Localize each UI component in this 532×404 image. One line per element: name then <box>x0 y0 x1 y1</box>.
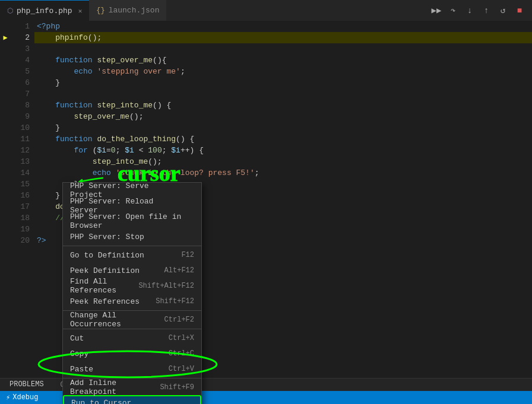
line-num-16: 16 <box>11 190 30 201</box>
tab-php-label: php_info.php <box>17 7 72 15</box>
menu-cut[interactable]: Cut Ctrl+X <box>63 330 201 346</box>
context-menu: PHP Server: Serve Project PHP Server: Re… <box>62 182 202 404</box>
tab-php-close[interactable]: ✕ <box>78 7 83 15</box>
gutter-line-1 <box>0 21 11 32</box>
menu-php-reload[interactable]: PHP Server: Reload Server <box>63 198 201 214</box>
gutter-line-3 <box>0 43 11 55</box>
menu-run-to-cursor[interactable]: Run to Cursor <box>63 395 201 404</box>
line-numbers: 1 2 3 4 5 6 7 8 9 10 11 12 13 14 15 16 1… <box>11 21 34 391</box>
menu-add-bp[interactable]: Add Inline Breakpoint Shift+F9 <box>63 380 201 395</box>
menu-go-to-def-shortcut: F12 <box>181 251 194 259</box>
menu-php-browser[interactable]: PHP Server: Open file in Browser <box>63 214 201 229</box>
line-num-15: 15 <box>11 179 30 190</box>
line-num-11: 11 <box>11 133 30 145</box>
gutter: ▶ <box>0 21 11 391</box>
line-num-5: 5 <box>11 66 30 77</box>
code-line-6: } <box>34 77 532 88</box>
step-into-button[interactable]: ↓ <box>463 4 476 17</box>
menu-peek-def-label: Peek Definition <box>70 266 140 275</box>
line-num-14: 14 <box>11 167 30 179</box>
menu-find-refs-shortcut: Shift+Alt+F12 <box>138 282 194 290</box>
menu-copy[interactable]: Copy Ctrl+C <box>63 346 201 361</box>
code-line-5: echo 'stepping over me'; <box>34 66 532 77</box>
menu-sep-3 <box>63 329 201 329</box>
continue-button[interactable]: ▶▶ <box>430 4 443 17</box>
gutter-line-10 <box>0 122 11 133</box>
json-icon: {} <box>96 7 104 15</box>
line-num-7: 7 <box>11 88 30 100</box>
tab-php-info[interactable]: ⬡ php_info.php ✕ <box>0 0 89 21</box>
menu-php-browser-label: PHP Server: Open file in Browser <box>70 212 182 230</box>
line-num-20: 20 <box>11 235 30 246</box>
line-num-8: 8 <box>11 100 30 111</box>
code-line-4: function step_over_me(){ <box>34 55 532 66</box>
menu-php-stop-label: PHP Server: Stop <box>70 233 144 241</box>
stop-button[interactable]: ■ <box>513 4 526 17</box>
line-num-9: 9 <box>11 111 30 122</box>
menu-paste-shortcut: Ctrl+V <box>169 365 194 373</box>
step-out-button[interactable]: ↑ <box>480 4 493 17</box>
code-line-12: for ($i=0; $i < 100; $i++) { <box>34 145 532 156</box>
code-line-9: step_over_me(); <box>34 111 532 122</box>
menu-peek-refs-label: Peek References <box>70 297 140 306</box>
menu-paste[interactable]: Paste Ctrl+V <box>63 361 201 377</box>
code-line-11: function do_the_loop_thing() { <box>34 133 532 145</box>
line-num-19: 19 <box>11 224 30 235</box>
restart-button[interactable]: ↺ <box>496 4 509 17</box>
code-line-10: } <box>34 122 532 133</box>
gutter-line-19 <box>0 224 11 235</box>
line-num-6: 6 <box>11 77 30 88</box>
code-line-8: function step_into_me() { <box>34 100 532 111</box>
tab-bar: ⬡ php_info.php ✕ {} launch.json ▶▶ ↷ ↓ ↑… <box>0 0 532 21</box>
line-num-3: 3 <box>11 43 30 55</box>
gutter-line-12 <box>0 145 11 156</box>
debug-toolbar: ▶▶ ↷ ↓ ↑ ↺ ■ <box>430 4 532 17</box>
menu-sep-1 <box>63 246 201 246</box>
menu-change-all-label: Change All Occurrences <box>70 311 153 329</box>
menu-peek-def[interactable]: Peek Definition Alt+F12 <box>63 263 201 278</box>
step-over-button[interactable]: ↷ <box>446 4 460 17</box>
menu-php-stop[interactable]: PHP Server: Stop <box>63 229 201 244</box>
gutter-line-16 <box>0 190 11 201</box>
gutter-line-20 <box>0 235 11 246</box>
menu-change-all[interactable]: Change All Occurrences Ctrl+F2 <box>63 312 201 327</box>
menu-go-to-def-label: Go to Definition <box>70 251 144 260</box>
code-line-3 <box>34 43 532 55</box>
code-line-14: echo 'stuck in the loop? press F5!'; <box>34 167 532 179</box>
status-debug-icon: ⚡ <box>6 393 10 402</box>
code-line-1: <?php <box>34 21 532 32</box>
status-debug-label: Xdebug <box>12 393 38 402</box>
menu-find-refs[interactable]: Find All References Shift+Alt+F12 <box>63 278 201 294</box>
gutter-line-4 <box>0 55 11 66</box>
menu-cut-label: Cut <box>70 334 84 343</box>
menu-find-refs-label: Find All References <box>70 277 126 295</box>
line-num-17: 17 <box>11 201 30 212</box>
line-num-12: 12 <box>11 145 30 156</box>
line-num-2: 2 <box>11 32 30 43</box>
gutter-line-8 <box>0 100 11 111</box>
gutter-line-7 <box>0 88 11 100</box>
tab-launch-json[interactable]: {} launch.json <box>89 0 166 21</box>
menu-copy-shortcut: Ctrl+C <box>169 349 194 358</box>
line-num-13: 13 <box>11 156 30 167</box>
problems-label: PROBLEMS <box>10 380 44 389</box>
menu-copy-label: Copy <box>70 349 88 358</box>
menu-peek-def-shortcut: Alt+F12 <box>164 266 194 275</box>
menu-peek-refs[interactable]: Peek References Shift+F12 <box>63 294 201 309</box>
gutter-line-6 <box>0 77 11 88</box>
gutter-line-11 <box>0 133 11 145</box>
problems-tab[interactable]: PROBLEMS <box>5 378 49 392</box>
tab-json-label: launch.json <box>109 6 160 15</box>
line-num-1: 1 <box>11 21 30 32</box>
menu-php-serve[interactable]: PHP Server: Serve Project <box>63 183 201 198</box>
tabs-container: ⬡ php_info.php ✕ {} launch.json <box>0 0 166 21</box>
gutter-line-13 <box>0 156 11 167</box>
gutter-line-5 <box>0 66 11 77</box>
menu-go-to-def[interactable]: Go to Definition F12 <box>63 247 201 263</box>
line-num-4: 4 <box>11 55 30 66</box>
gutter-line-9 <box>0 111 11 122</box>
menu-add-bp-shortcut: Shift+F9 <box>160 383 194 392</box>
menu-paste-label: Paste <box>70 365 93 374</box>
gutter-line-15 <box>0 179 11 190</box>
menu-add-bp-label: Add Inline Breakpoint <box>70 378 148 396</box>
